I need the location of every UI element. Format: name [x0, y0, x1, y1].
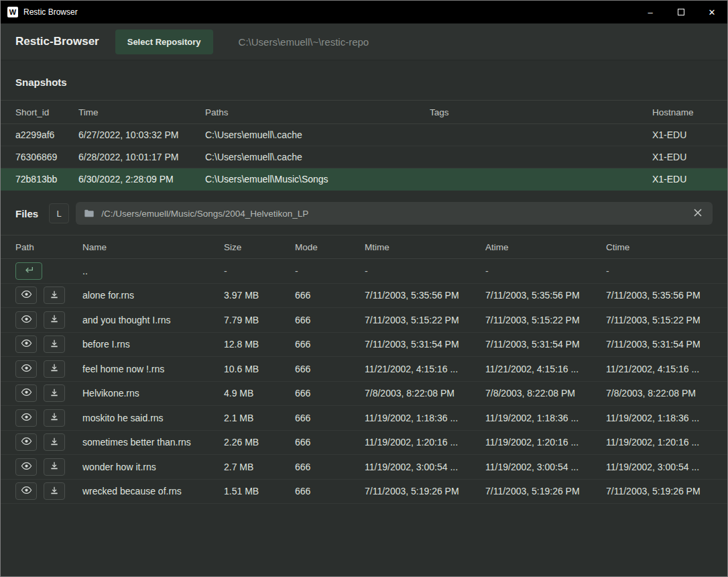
minimize-button[interactable]: – [635, 1, 666, 23]
files-table-header: Path Name Size Mode Mtime Atime Ctime [1, 235, 727, 259]
snapshot-hostname: X1-EDU [652, 129, 713, 140]
preview-file-button[interactable] [15, 360, 37, 378]
file-name: moskito he said.rns [82, 413, 224, 423]
file-ctime: 11/19/2002, 3:00:54 ... [606, 462, 713, 472]
file-mode: 666 [295, 364, 365, 374]
preview-file-button[interactable] [15, 311, 37, 329]
files-col-name: Name [82, 242, 224, 252]
snapshots-col-paths: Paths [205, 107, 430, 117]
parent-dir-button[interactable] [15, 262, 42, 280]
snapshots-table-body: a2299af6 6/27/2022, 10:03:32 PM C:\Users… [1, 124, 727, 191]
file-mtime: 11/19/2002, 1:18:36 ... [365, 413, 485, 423]
file-row[interactable]: before I.rns 12.8 MB 666 7/11/2003, 5:31… [1, 333, 727, 358]
file-row[interactable]: sometimes better than.rns 2.26 MB 666 11… [1, 431, 727, 456]
download-file-button[interactable] [44, 286, 65, 304]
preview-file-button[interactable] [15, 286, 37, 304]
download-file-button[interactable] [44, 458, 65, 476]
download-file-button[interactable] [44, 409, 65, 427]
download-file-button[interactable] [44, 433, 65, 451]
preview-file-button[interactable] [15, 409, 37, 427]
snapshot-hostname: X1-EDU [652, 174, 713, 185]
folder-icon [84, 209, 95, 218]
files-col-ctime: Ctime [606, 242, 713, 252]
file-row[interactable]: Helvikone.rns 4.9 MB 666 7/8/2003, 8:22:… [1, 382, 727, 407]
close-button[interactable]: ✕ [696, 1, 727, 23]
select-repository-button[interactable]: Select Repository [115, 30, 213, 54]
download-icon [50, 486, 59, 497]
preview-file-button[interactable] [15, 335, 37, 353]
app-logo-icon: W [7, 7, 18, 17]
file-mtime: 7/11/2003, 5:31:54 PM [365, 339, 485, 350]
download-file-button[interactable] [44, 335, 65, 353]
download-file-button[interactable] [44, 384, 65, 402]
file-mode: 666 [295, 290, 365, 301]
eye-icon [21, 290, 32, 301]
file-ctime: - [606, 266, 713, 276]
file-name: sometimes better than.rns [82, 437, 224, 448]
file-atime: 7/11/2003, 5:15:22 PM [485, 315, 606, 325]
file-name: and you thought I.rns [82, 315, 224, 325]
eye-icon [21, 388, 32, 399]
file-row[interactable]: and you thought I.rns 7.79 MB 666 7/11/2… [1, 308, 727, 333]
file-mode: 666 [295, 462, 365, 472]
snapshot-time: 6/30/2022, 2:28:09 PM [78, 174, 205, 185]
files-col-path: Path [15, 242, 82, 252]
titlebar: W Restic Browser – ✕ [1, 1, 727, 23]
parent-dir-row[interactable]: .. - - - - - [1, 259, 727, 284]
file-row[interactable]: wonder how it.rns 2.7 MB 666 11/19/2002,… [1, 455, 727, 480]
file-atime: 11/19/2002, 1:18:36 ... [485, 413, 606, 423]
file-row[interactable]: alone for.rns 3.97 MB 666 7/11/2003, 5:3… [1, 284, 727, 309]
download-file-button[interactable] [44, 311, 65, 329]
file-row[interactable]: moskito he said.rns 2.1 MB 666 11/19/200… [1, 406, 727, 431]
snapshot-short-id: a2299af6 [15, 129, 78, 140]
snapshots-col-tags: Tags [430, 107, 652, 117]
list-mode-button[interactable]: L [49, 203, 69, 223]
snapshot-hostname: X1-EDU [652, 152, 713, 162]
snapshot-row[interactable]: 76306869 6/28/2022, 10:01:17 PM C:\Users… [1, 146, 727, 168]
file-mode: 666 [295, 413, 365, 423]
file-atime: 11/19/2002, 3:00:54 ... [485, 462, 606, 472]
file-mode: 666 [295, 486, 365, 496]
file-ctime: 7/11/2003, 5:19:26 PM [606, 486, 713, 496]
files-col-mtime: Mtime [365, 242, 485, 252]
clear-path-button[interactable] [691, 205, 705, 222]
download-icon [50, 388, 59, 399]
snapshot-row[interactable]: 72b813bb 6/30/2022, 2:28:09 PM C:\Users\… [1, 168, 727, 191]
maximize-button[interactable] [666, 1, 696, 23]
file-atime: 7/11/2003, 5:31:54 PM [485, 339, 606, 350]
files-table-body: alone for.rns 3.97 MB 666 7/11/2003, 5:3… [1, 284, 727, 505]
preview-file-button[interactable] [15, 433, 37, 451]
file-row[interactable]: feel home now !.rns 10.6 MB 666 11/21/20… [1, 357, 727, 382]
download-icon [50, 461, 59, 472]
eye-icon [21, 364, 32, 374]
return-icon [23, 265, 34, 276]
file-mode: 666 [295, 339, 365, 350]
file-atime: - [485, 266, 606, 276]
files-col-mode: Mode [295, 242, 365, 252]
current-path-bar[interactable]: /C:/Users/emuell/Music/Songs/2004_Helvet… [76, 202, 713, 225]
file-atime: 7/11/2003, 5:19:26 PM [485, 486, 606, 496]
file-size: - [224, 266, 295, 276]
file-atime: 7/8/2003, 8:22:08 PM [485, 388, 606, 399]
snapshots-col-hostname: Hostname [652, 107, 713, 117]
files-col-size: Size [224, 242, 295, 252]
download-file-button[interactable] [44, 482, 65, 500]
file-ctime: 11/21/2002, 4:15:16 ... [606, 364, 713, 374]
preview-file-button[interactable] [15, 458, 37, 476]
file-mode: - [295, 266, 365, 276]
file-row[interactable]: wrecked because of.rns 1.51 MB 666 7/11/… [1, 480, 727, 505]
file-ctime: 7/11/2003, 5:35:56 PM [606, 290, 713, 301]
snapshot-time: 6/28/2022, 10:01:17 PM [78, 152, 205, 162]
snapshots-col-time: Time [78, 107, 205, 117]
window-controls: – ✕ [635, 1, 727, 23]
file-size: 1.51 MB [224, 486, 295, 496]
preview-file-button[interactable] [15, 384, 37, 402]
preview-file-button[interactable] [15, 482, 37, 500]
file-mtime: 11/19/2002, 1:20:16 ... [365, 437, 485, 448]
snapshot-row[interactable]: a2299af6 6/27/2022, 10:03:32 PM C:\Users… [1, 124, 727, 146]
file-ctime: 11/19/2002, 1:18:36 ... [606, 413, 713, 423]
files-section-title: Files [15, 208, 38, 219]
files-col-atime: Atime [485, 242, 606, 252]
app-header: Restic-Browser Select Repository C:\User… [1, 23, 727, 60]
download-file-button[interactable] [44, 360, 65, 378]
